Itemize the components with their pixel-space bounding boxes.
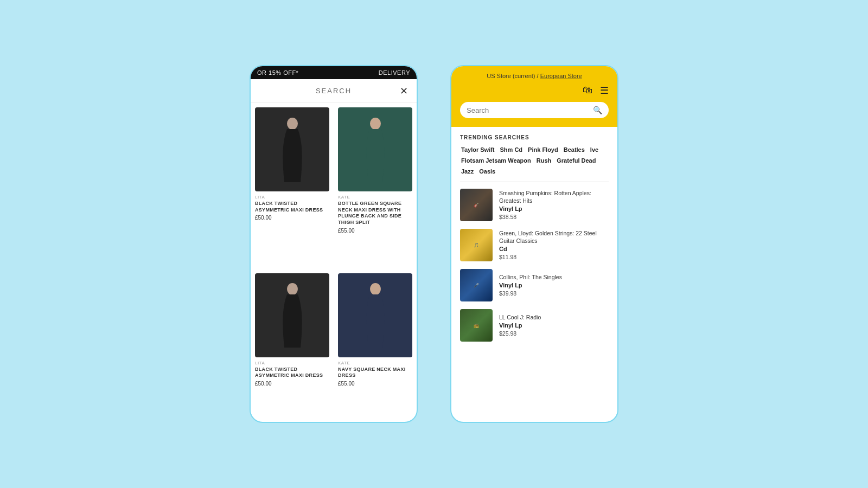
header-icons: 🛍 ☰ [460, 85, 609, 97]
product-item[interactable]: LITA BLACK TWISTED ASYMMETRIC MAXI DRESS… [251, 269, 334, 422]
product-thumb: 🎤 [460, 269, 493, 301]
tag-jazz[interactable]: Jazz [460, 168, 475, 175]
search-header: SEARCH ✕ [251, 79, 417, 103]
svg-point-2 [287, 283, 298, 295]
product-price: £55.00 [338, 228, 412, 234]
svg-point-0 [287, 118, 298, 130]
menu-icon[interactable]: ☰ [600, 85, 609, 97]
product-list-title: Collins, Phil: The Singles [499, 274, 609, 281]
product-list-format: Cd [499, 246, 609, 252]
product-info: Collins, Phil: The Singles Vinyl Lp $39.… [499, 274, 609, 297]
tag-oasis[interactable]: Oasis [478, 168, 496, 175]
product-list-title: Green, Lloyd: Golden Strings: 22 Steel G… [499, 230, 609, 245]
search-content: TRENDING SEARCHES Taylor Swift Shm Cd Pi… [451, 127, 617, 422]
product-list-price: $39.98 [499, 290, 609, 297]
product-brand: KATE [338, 361, 412, 365]
product-image [338, 273, 412, 357]
close-button[interactable]: ✕ [400, 85, 408, 97]
product-info: Smashing Pumpkins: Rotten Apples: Greate… [499, 190, 609, 220]
product-list-title: LL Cool J: Radio [499, 314, 609, 322]
promo-text-left: OR 15% OFF* [257, 69, 298, 76]
product-list-item[interactable]: 📻 LL Cool J: Radio Vinyl Lp $25.98 [460, 309, 609, 342]
tag-flotsam[interactable]: Flotsam Jetsam Weapon [460, 157, 532, 164]
tag-rush[interactable]: Rush [535, 157, 553, 164]
product-grid: LITA BLACK TWISTED ASYMMETRIC MAXI DRESS… [251, 103, 417, 422]
product-list-price: $11.98 [499, 254, 609, 260]
promo-banner: OR 15% OFF* DELIVERY [251, 66, 417, 79]
product-brand: KATE [338, 195, 412, 200]
thumb-inner: 🎸 [460, 189, 493, 221]
product-thumb: 🎸 [460, 189, 493, 221]
search-label: SEARCH [316, 87, 352, 95]
product-list-item[interactable]: 🎵 Green, Lloyd: Golden Strings: 22 Steel… [460, 229, 609, 261]
product-list-item[interactable]: 🎤 Collins, Phil: The Singles Vinyl Lp $3… [460, 269, 609, 301]
product-list-format: Vinyl Lp [499, 322, 609, 329]
product-title: BLACK TWISTED ASYMMETRIC MAXI DRESS [255, 367, 329, 379]
product-list-title: Smashing Pumpkins: Rotten Apples: Greate… [499, 190, 609, 204]
product-image [255, 107, 329, 191]
product-title: NAVY SQUARE NECK MAXI DRESS [338, 367, 412, 379]
thumb-inner: 📻 [460, 309, 493, 342]
trending-tags: Taylor Swift Shm Cd Pink Floyd Beatles I… [460, 146, 609, 175]
cart-icon[interactable]: 🛍 [583, 85, 592, 97]
tag-shm-cd[interactable]: Shm Cd [499, 146, 524, 153]
product-item[interactable]: KATE NAVY SQUARE NECK MAXI DRESS £55.00 [334, 269, 417, 422]
search-icon[interactable]: 🔍 [593, 106, 602, 114]
product-thumb: 🎵 [460, 229, 493, 261]
tag-ive[interactable]: Ive [589, 146, 599, 153]
store-text: US Store (current) / [487, 73, 540, 79]
product-item[interactable]: LITA BLACK TWISTED ASYMMETRIC MAXI DRESS… [251, 103, 334, 269]
product-price: £50.00 [255, 381, 329, 387]
product-image [255, 273, 329, 357]
product-thumb: 📻 [460, 309, 493, 342]
trending-heading: TRENDING SEARCHES [460, 134, 609, 140]
product-info: Green, Lloyd: Golden Strings: 22 Steel G… [499, 230, 609, 260]
search-input[interactable] [467, 106, 593, 114]
header-yellow: US Store (current) / European Store 🛍 ☰ … [451, 66, 617, 127]
product-item[interactable]: KATE BOTTLE GREEN SQUARE NECK MAXI DRESS… [334, 103, 417, 269]
svg-point-3 [370, 283, 381, 295]
thumb-inner: 🎤 [460, 269, 493, 301]
product-image [338, 107, 412, 191]
store-switch: US Store (current) / European Store [460, 73, 609, 79]
product-brand: LITA [255, 195, 329, 200]
thumb-inner: 🎵 [460, 229, 493, 261]
product-list-format: Vinyl Lp [499, 282, 609, 288]
promo-text-right: DELIVERY [379, 69, 410, 76]
search-input-wrap: 🔍 [460, 102, 609, 118]
product-price: £55.00 [338, 381, 412, 387]
product-price: £50.00 [255, 215, 329, 221]
product-list-format: Vinyl Lp [499, 206, 609, 212]
tag-taylor-swift[interactable]: Taylor Swift [460, 146, 496, 153]
product-list-price: $38.58 [499, 214, 609, 220]
tag-beatles[interactable]: Beatles [563, 146, 586, 153]
product-title: BLACK TWISTED ASYMMETRIC MAXI DRESS [255, 201, 329, 213]
store-link[interactable]: European Store [540, 73, 582, 79]
divider [460, 182, 609, 182]
svg-point-1 [370, 118, 381, 130]
right-phone: US Store (current) / European Store 🛍 ☰ … [450, 65, 618, 423]
product-list-price: $25.98 [499, 330, 609, 337]
tag-grateful-dead[interactable]: Grateful Dead [556, 157, 597, 164]
product-title: BOTTLE GREEN SQUARE NECK MAXI DRESS WITH… [338, 201, 412, 226]
tag-pink-floyd[interactable]: Pink Floyd [527, 146, 559, 153]
left-phone: OR 15% OFF* DELIVERY SEARCH ✕ LITA BLACK… [250, 65, 418, 423]
product-list-item[interactable]: 🎸 Smashing Pumpkins: Rotten Apples: Grea… [460, 189, 609, 221]
product-brand: LITA [255, 361, 329, 365]
product-info: LL Cool J: Radio Vinyl Lp $25.98 [499, 314, 609, 337]
